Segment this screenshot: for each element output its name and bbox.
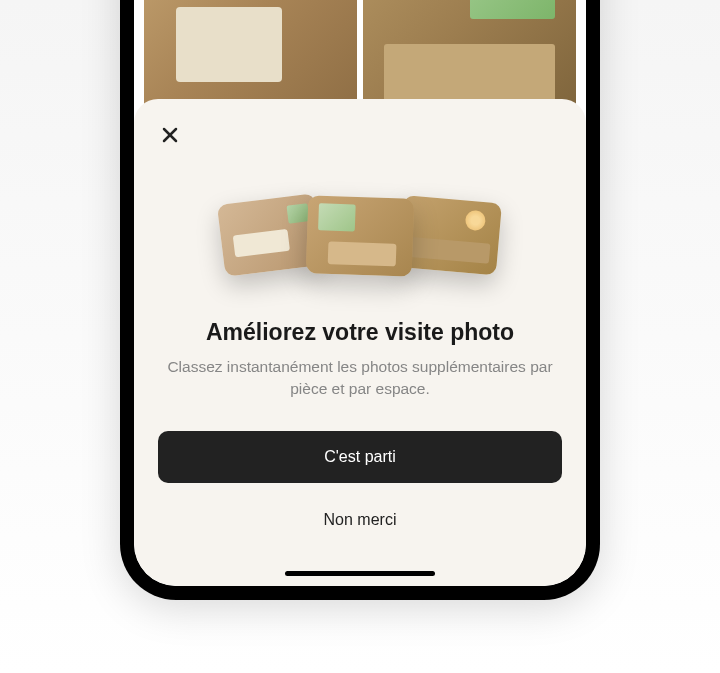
upgrade-photo-tour-modal: Améliorez votre visite photo Classez ins… <box>134 99 586 586</box>
phone-frame: Améliorez votre visite photo Classez ins… <box>120 0 600 600</box>
home-indicator[interactable] <box>285 571 435 576</box>
primary-cta-button[interactable]: C'est parti <box>158 431 562 483</box>
modal-title: Améliorez votre visite photo <box>158 319 562 346</box>
modal-subtitle: Classez instantanément les photos supplé… <box>158 356 562 401</box>
close-icon <box>162 127 178 143</box>
hero-photo-collage <box>158 181 562 291</box>
hero-photo-kitchen <box>306 195 414 276</box>
close-button[interactable] <box>158 123 182 147</box>
phone-screen: Améliorez votre visite photo Classez ins… <box>134 0 586 586</box>
secondary-dismiss-button[interactable]: Non merci <box>158 499 562 541</box>
